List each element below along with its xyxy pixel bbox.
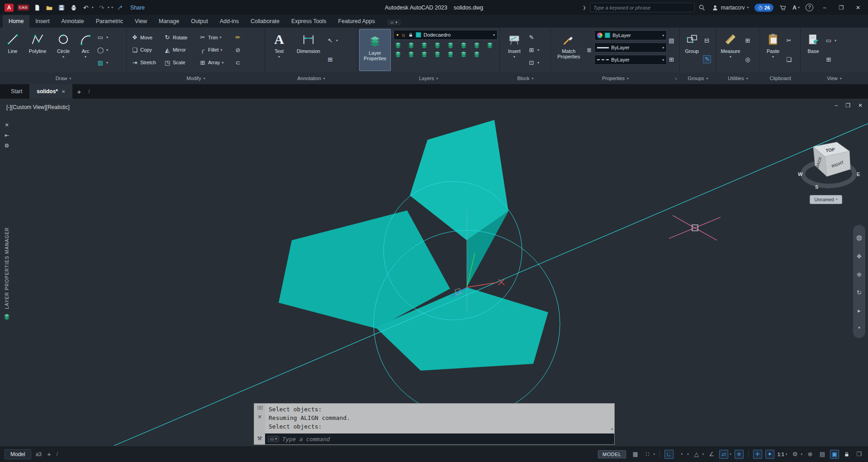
palette-layers-icon[interactable]: [3, 313, 10, 320]
command-window-grip[interactable]: ⠿⠿ ✕ ⚒: [254, 403, 265, 445]
search-input[interactable]: [590, 3, 695, 12]
properties-palette-button[interactable]: ▤: [668, 37, 677, 44]
layer-make-current-icon[interactable]: [447, 42, 454, 49]
block-panel-label[interactable]: Block▾: [500, 72, 551, 84]
move-button[interactable]: ✥Move: [131, 34, 164, 41]
qat-customize-caret-icon[interactable]: ▾: [111, 5, 113, 10]
utilities-panel-label[interactable]: Utilities▾: [716, 72, 760, 84]
viewport-controls-label[interactable]: [-][Custom View][Realistic]: [6, 104, 70, 110]
redo-icon[interactable]: ↷: [98, 4, 106, 12]
search-icon[interactable]: [698, 4, 706, 11]
showmotion-icon[interactable]: ▸: [858, 307, 861, 314]
circle-caret-icon[interactable]: ▾: [62, 55, 64, 59]
insert-button[interactable]: Insert ▾: [502, 28, 527, 72]
draworder-button[interactable]: ✏: [234, 34, 242, 41]
properties-list-button[interactable]: ≣: [586, 47, 594, 53]
navigation-wheel-icon[interactable]: ◍: [856, 233, 862, 242]
orbit-icon[interactable]: ↻: [857, 289, 862, 296]
lock-ui-icon[interactable]: [842, 450, 851, 459]
annotation-scale-button[interactable]: 1:1 ▾: [778, 452, 787, 457]
text-button[interactable]: A Text ▾: [267, 28, 291, 72]
mirror-button[interactable]: ◭Mirror: [164, 47, 199, 53]
model-space-button[interactable]: MODEL: [598, 450, 626, 458]
share-label[interactable]: Share: [130, 5, 145, 11]
block-create-button[interactable]: ⊡▾: [528, 59, 546, 66]
text-caret-icon[interactable]: ▾: [278, 55, 280, 59]
polyline-button[interactable]: Polyline: [24, 28, 52, 72]
model-space[interactable]: [0, 99, 868, 446]
viewcube-south-label[interactable]: S: [815, 184, 818, 190]
share-icon[interactable]: [117, 4, 125, 12]
isometric-drafting-icon[interactable]: △: [692, 450, 701, 459]
subobject-button[interactable]: ⊂: [234, 59, 242, 66]
clean-screen-icon[interactable]: ❒: [854, 450, 863, 459]
block-edit-button[interactable]: ✎: [528, 34, 546, 41]
measure-caret-icon[interactable]: ▾: [730, 55, 731, 59]
snap-caret-icon[interactable]: ▾: [654, 452, 655, 456]
plot-icon[interactable]: [70, 4, 78, 12]
ortho-mode-icon[interactable]: ∟: [664, 450, 674, 459]
rectangle-tool-button[interactable]: ▭▾: [97, 34, 120, 41]
osnap-caret-icon[interactable]: ▾: [730, 452, 731, 456]
tab-home[interactable]: Home: [3, 15, 29, 28]
model-layout-tab[interactable]: Model: [5, 449, 31, 459]
leader-button[interactable]: ↖▾: [327, 37, 348, 44]
tab-insert[interactable]: Insert: [29, 15, 55, 28]
autocad-logo[interactable]: A: [5, 4, 14, 12]
palette-title[interactable]: LAYER PROPERTIES MANAGER: [5, 153, 9, 309]
polar-caret-icon[interactable]: ▾: [687, 452, 689, 456]
draw-panel-label[interactable]: Draw▾: [0, 72, 127, 84]
window-minimize-icon[interactable]: –: [819, 5, 830, 11]
lineweight-display-icon[interactable]: ≡: [735, 450, 744, 459]
ribbon-options-button[interactable]: ▭ ▾: [387, 19, 401, 25]
layer-off-icon[interactable]: [394, 42, 402, 49]
tab-add-ins[interactable]: Add-ins: [214, 15, 245, 28]
insert-caret-icon[interactable]: ▾: [513, 55, 515, 59]
named-views-button[interactable]: ⊞: [825, 56, 841, 63]
redo-caret-icon[interactable]: ▾: [108, 5, 109, 10]
annotation-panel-label[interactable]: Annotation▾: [265, 72, 357, 84]
account-menu[interactable]: martaccrv ▾: [711, 4, 749, 11]
command-recent-button[interactable]: ▭ ▾: [268, 436, 279, 442]
command-input-placeholder[interactable]: Type a command: [282, 436, 330, 443]
properties-panel-label[interactable]: Properties▾↘: [551, 72, 680, 84]
layout-overflow-icon[interactable]: /: [57, 451, 58, 457]
autodesk-apps-menu[interactable]: A ▾: [792, 5, 800, 11]
tab-output[interactable]: Output: [185, 15, 214, 28]
object-snap-tracking-icon[interactable]: ∠: [707, 450, 716, 459]
layout-tab-a3[interactable]: a3: [36, 451, 42, 457]
tab-view[interactable]: View: [129, 15, 153, 28]
file-tab-solidos[interactable]: solidos* ✕: [29, 84, 72, 99]
trial-badge[interactable]: ◷ 26: [754, 4, 773, 12]
polar-tracking-icon[interactable]: ◔: [677, 450, 686, 459]
navbar-caret-icon[interactable]: ▾: [858, 325, 860, 330]
explode-button[interactable]: ⊘: [234, 47, 242, 53]
search-expand-icon[interactable]: ❯: [583, 5, 586, 10]
layer-on-all-icon[interactable]: [421, 51, 428, 58]
window-restore-icon[interactable]: ❐: [836, 5, 847, 11]
command-input-row[interactable]: ▭ ▾ Type a command: [265, 433, 614, 444]
group-button[interactable]: Group: [682, 28, 702, 72]
autoscale-icon[interactable]: ✦: [765, 450, 774, 459]
properties-dialog-launcher-icon[interactable]: ↘: [674, 76, 677, 81]
tab-manage[interactable]: Manage: [153, 15, 185, 28]
ellipse-tool-button[interactable]: ◯▾: [97, 47, 120, 53]
copy-button[interactable]: ❏Copy: [131, 47, 164, 53]
tab-annotate[interactable]: Annotate: [56, 15, 90, 28]
layer-delete-icon[interactable]: [473, 51, 480, 58]
tab-featured-apps[interactable]: Featured Apps: [332, 15, 381, 28]
command-history[interactable]: Select objects: Resuming ALIGN command. …: [265, 404, 614, 433]
zoom-icon[interactable]: ⊕: [857, 271, 862, 278]
command-customize-icon[interactable]: ⚒: [257, 435, 262, 442]
undo-caret-icon[interactable]: ▾: [92, 5, 94, 10]
palette-settings-icon[interactable]: ⚙: [5, 143, 9, 149]
layer-lock-icon[interactable]: [434, 42, 441, 49]
viewcube-east-label[interactable]: E: [857, 171, 860, 177]
help-icon[interactable]: ?: [806, 4, 813, 11]
layer-isolate-icon[interactable]: [408, 42, 415, 49]
grid-display-icon[interactable]: ▦: [631, 450, 640, 459]
object-snap-icon[interactable]: ▱: [719, 450, 728, 459]
paste-caret-icon[interactable]: ▾: [772, 55, 774, 59]
tab-collaborate[interactable]: Collaborate: [245, 15, 285, 28]
layer-thaw-all-icon[interactable]: [408, 51, 415, 58]
